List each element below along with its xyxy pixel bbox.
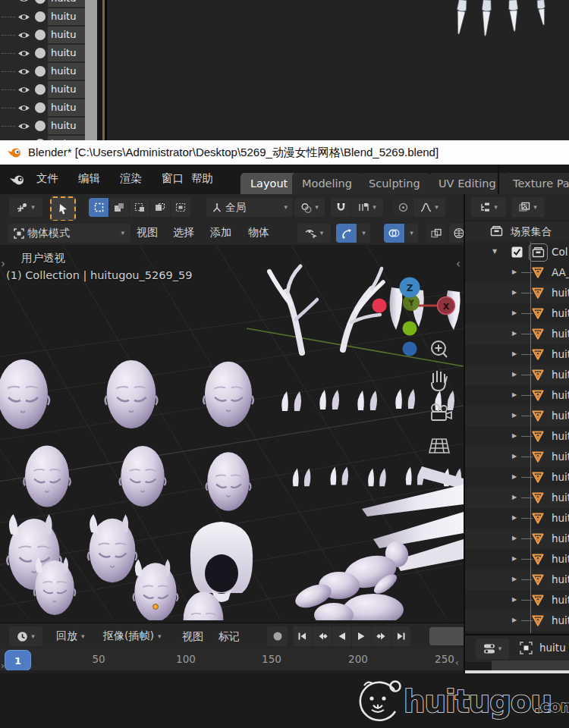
menu-select[interactable]: 选择 <box>173 226 194 240</box>
panel-divider[interactable] <box>464 194 465 673</box>
expander-icon[interactable]: ▶ <box>512 494 517 500</box>
expander-icon[interactable]: ▶ <box>512 617 517 623</box>
expander-icon[interactable]: ▶ <box>512 576 517 582</box>
timeline-view-menu[interactable]: 视图 <box>182 630 203 644</box>
menu-file[interactable]: 文件 <box>36 171 58 186</box>
expander-icon[interactable]: ▶ <box>512 371 517 378</box>
expander-icon[interactable]: ▶ <box>512 535 517 541</box>
playhead[interactable]: 1 <box>5 650 31 671</box>
selectable-icon[interactable] <box>35 102 46 113</box>
outliner-object-row[interactable]: ▶ huit <box>465 303 569 324</box>
pivot-point-dropdown[interactable]: ▾ <box>294 198 325 217</box>
overlays-toggle[interactable] <box>384 224 404 243</box>
outliner-row[interactable]: huitu <box>0 80 85 99</box>
selectable-icon[interactable] <box>35 66 46 77</box>
prev-keyframe-button[interactable] <box>313 626 332 646</box>
outliner-row[interactable]: huitu <box>0 44 85 62</box>
editor-type-dropdown[interactable]: ▾ <box>9 626 42 646</box>
outliner-object-row[interactable]: ▶ AA_ <box>465 262 569 283</box>
scene-collection-row[interactable]: 场景集合 <box>465 221 569 242</box>
expander-icon[interactable]: ▶ <box>512 412 517 419</box>
select-extend-button[interactable] <box>109 198 129 217</box>
frame-field[interactable] <box>429 627 464 645</box>
select-intersect-button[interactable] <box>171 198 190 217</box>
mode-dropdown[interactable]: 物体模式 ▾ <box>8 224 130 243</box>
eye-icon[interactable] <box>17 12 30 22</box>
play-button[interactable] <box>352 626 371 646</box>
menu-add[interactable]: 添加 <box>210 226 231 240</box>
viewport-canvas[interactable]: 用户透视 (1) Collection | huitugou_5269_59 ›… <box>0 245 464 620</box>
eye-icon[interactable] <box>17 0 30 4</box>
outliner-object-row[interactable]: ▶ huit <box>465 529 569 549</box>
menu-window[interactable]: 窗口 <box>162 171 184 186</box>
playback-menu[interactable]: 回放 ▾ <box>50 626 91 646</box>
selectable-icon[interactable] <box>35 0 46 4</box>
outliner-row[interactable]: huitu <box>0 135 85 140</box>
snap-toggle-button[interactable] <box>331 198 351 217</box>
corner-arrow-icon[interactable]: › <box>1 661 5 671</box>
keying-menu[interactable]: 抠像(插帧) ▾ <box>97 626 167 646</box>
outliner-editor-dropdown[interactable]: ▾ <box>471 197 506 217</box>
menu-edit[interactable]: 编辑 <box>78 171 100 186</box>
expander-icon[interactable]: ▶ <box>512 453 517 460</box>
eye-icon[interactable] <box>17 85 30 95</box>
outliner-row[interactable]: huitu <box>0 62 85 80</box>
expander-icon[interactable]: ▶ <box>512 555 517 562</box>
outliner-object-row[interactable]: ▶ huit <box>465 467 569 488</box>
menu-view[interactable]: 视图 <box>137 226 158 240</box>
expander-icon[interactable]: ▶ <box>512 391 517 398</box>
tab-texture-paint[interactable]: Texture Pain <box>503 173 569 194</box>
outliner-object-row[interactable]: ▶ huit <box>465 570 569 590</box>
transform-orientation-dropdown[interactable]: 全局 ▾ <box>206 198 293 217</box>
expander-icon[interactable]: ▶ <box>512 268 517 275</box>
selectable-icon[interactable] <box>35 84 46 95</box>
blender-icon[interactable] <box>9 173 26 187</box>
next-keyframe-button[interactable] <box>372 626 391 646</box>
timeline-ruler[interactable]: 50 100 150 200 250 1 › ‹ <box>0 648 464 673</box>
outliner-object-row[interactable]: ▶ huit <box>465 447 569 467</box>
tab-uv-editing[interactable]: UV Editing <box>429 173 506 194</box>
active-tool-cursor-button[interactable] <box>50 196 76 221</box>
tab-modeling[interactable]: Modeling <box>292 173 362 194</box>
outliner-row[interactable]: huitu <box>0 0 85 8</box>
menu-object[interactable]: 物体 <box>248 226 269 240</box>
collection-row[interactable]: ▼ Col <box>465 242 569 262</box>
expander-icon[interactable]: ▶ <box>512 473 517 480</box>
select-subtract-button[interactable] <box>130 198 149 217</box>
properties-editor-dropdown[interactable]: ▾ <box>476 639 509 659</box>
expander-icon[interactable]: ▶ <box>512 514 517 521</box>
selectable-icon[interactable] <box>35 30 46 40</box>
expander-icon[interactable]: ▶ <box>512 309 517 316</box>
visibility-dropdown[interactable]: ▾ <box>297 224 331 243</box>
select-invert-button[interactable] <box>150 198 170 217</box>
toolbar-expand-icon[interactable]: › <box>1 257 5 271</box>
tool-settings-dropdown[interactable]: ▾ <box>9 198 42 217</box>
collection-checkbox[interactable] <box>511 246 523 258</box>
outliner-row[interactable]: huitu <box>0 8 85 26</box>
outliner-object-row[interactable]: ▶ huit <box>465 365 569 385</box>
eye-icon[interactable] <box>17 121 30 131</box>
auto-keying-button[interactable] <box>267 626 288 646</box>
outliner-filter-dropdown[interactable]: ▾ <box>511 197 545 217</box>
expander-icon[interactable]: ▶ <box>512 596 517 603</box>
eye-icon[interactable] <box>17 67 30 77</box>
selectable-icon[interactable] <box>35 121 46 131</box>
outliner-row[interactable]: huitu <box>0 26 85 44</box>
outliner-object-row[interactable]: ▶ huit <box>465 549 569 570</box>
outliner-row[interactable]: huitu <box>0 117 85 135</box>
menu-render[interactable]: 渲染 <box>120 171 142 186</box>
outliner-object-row[interactable]: ▶ huit <box>465 385 569 406</box>
expander-icon[interactable]: ▶ <box>512 289 517 296</box>
outliner-object-row[interactable]: ▶ huit <box>465 344 569 365</box>
corner-arrow-icon[interactable]: ‹ <box>455 657 459 668</box>
timeline-markers-menu[interactable]: 标记 <box>218 630 240 644</box>
outliner-object-row[interactable]: ▶ huit <box>465 324 569 344</box>
play-reverse-button[interactable] <box>332 626 351 646</box>
outliner-row[interactable]: huitu <box>0 99 85 117</box>
expander-icon[interactable]: ▶ <box>512 432 517 439</box>
tab-layout[interactable]: Layout <box>240 173 297 194</box>
tab-sculpting[interactable]: Sculpting <box>359 173 430 194</box>
expander-icon[interactable]: ▶ <box>512 330 517 337</box>
eye-icon[interactable] <box>17 30 30 40</box>
overlays-dropdown[interactable]: ▾ <box>405 224 418 243</box>
